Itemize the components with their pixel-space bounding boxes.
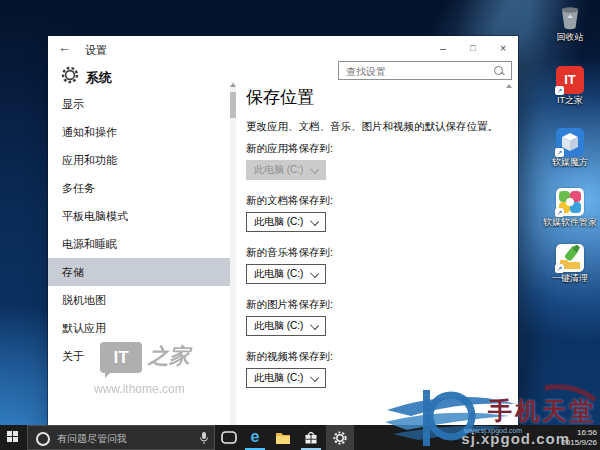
ithome-watermark-suffix: 之家: [148, 342, 190, 370]
dropdown-value: 此电脑 (C:): [254, 268, 303, 279]
new-videos-save-dropdown[interactable]: 此电脑 (C:): [246, 368, 326, 388]
page-heading: 保存位置: [246, 86, 314, 109]
ithome-icon: IT ↗: [555, 66, 585, 94]
shortcut-arrow-icon: ↗: [555, 208, 564, 217]
desktop-icon-ruanmei-manager[interactable]: ↗ 软媒软件管家: [542, 188, 598, 227]
desktop: 回收站 IT ↗ IT之家 ↗ 软媒魔方: [0, 0, 600, 450]
search-icon: [494, 66, 503, 75]
start-button[interactable]: [0, 425, 26, 450]
page-description: 更改应用、文档、音乐、图片和视频的默认保存位置。: [246, 120, 498, 134]
sidebar-item-power-sleep[interactable]: 电源和睡眠: [48, 230, 230, 258]
close-button[interactable]: ×: [488, 36, 518, 61]
cortana-search[interactable]: [27, 425, 215, 450]
gear-icon: [332, 430, 348, 446]
chevron-down-icon: [310, 165, 319, 174]
ithome-watermark-logo: IT: [100, 342, 142, 373]
recycle-bin-icon: [555, 3, 585, 31]
new-apps-save-dropdown: 此电脑 (C:): [246, 160, 326, 180]
sidebar-scrollbar[interactable]: [230, 82, 236, 425]
sidebar-item-default-apps[interactable]: 默认应用: [48, 314, 230, 342]
scrollbar-thumb[interactable]: [230, 92, 236, 118]
new-music-label: 新的音乐将保存到:: [246, 246, 333, 260]
edge-icon: e: [242, 425, 268, 449]
dropdown-value: 此电脑 (C:): [254, 320, 303, 331]
minimize-button[interactable]: –: [428, 36, 458, 61]
cortana-icon: [36, 432, 50, 446]
back-button[interactable]: ←: [58, 40, 71, 55]
desktop-icon-label: 软媒软件管家: [542, 217, 598, 227]
new-pictures-label: 新的图片将保存到:: [246, 298, 333, 312]
mofang-cube-icon: ↗: [555, 128, 585, 156]
windows-logo-icon: [7, 431, 19, 443]
dropdown-value: 此电脑 (C:): [254, 164, 303, 175]
desktop-icon-label: 软媒魔方: [542, 157, 598, 167]
sidebar-item-apps-features[interactable]: 应用和功能: [48, 146, 230, 174]
file-explorer-button[interactable]: [270, 425, 296, 450]
settings-search-input[interactable]: [344, 63, 493, 80]
new-videos-label: 新的视频将保存到:: [246, 350, 333, 364]
pinwheel-icon: ↗: [555, 188, 585, 216]
taskbar: e 16:56 2015/9/26: [0, 425, 600, 450]
dropdown-value: 此电脑 (C:): [254, 372, 303, 383]
sidebar-item-offline-maps[interactable]: 脱机地图: [48, 286, 230, 314]
edge-button[interactable]: e: [242, 425, 268, 450]
new-pictures-save-dropdown[interactable]: 此电脑 (C:): [246, 316, 326, 336]
scroll-up-icon[interactable]: [230, 83, 236, 87]
new-music-save-dropdown[interactable]: 此电脑 (C:): [246, 264, 326, 284]
folder-icon: [274, 430, 292, 446]
cortana-search-input[interactable]: [55, 430, 189, 447]
shortcut-arrow-icon: ↗: [555, 264, 564, 273]
content-scroll-up-icon[interactable]: [506, 84, 512, 88]
desktop-icon-ithome[interactable]: IT ↗ IT之家: [542, 66, 598, 105]
gear-icon: [60, 65, 80, 89]
sidebar-item-storage[interactable]: 存储: [48, 258, 230, 286]
window-title: 设置: [85, 43, 107, 58]
microphone-icon[interactable]: [199, 431, 209, 449]
chevron-down-icon: [310, 321, 319, 330]
clock-time: 16:56: [561, 428, 597, 438]
chevron-down-icon: [310, 373, 319, 382]
desktop-icon-label: 一键清理: [542, 273, 598, 283]
maximize-button[interactable]: □: [458, 36, 488, 61]
desktop-icon-one-key-cleanup[interactable]: ↗ 一键清理: [542, 244, 598, 283]
shortcut-arrow-icon: ↗: [555, 86, 564, 95]
ithome-watermark-url: www.ithome.com: [94, 382, 185, 396]
sidebar-item-multitasking[interactable]: 多任务: [48, 174, 230, 202]
shortcut-arrow-icon: ↗: [555, 148, 564, 157]
new-documents-label: 新的文档将保存到:: [246, 194, 333, 208]
clock-date: 2015/9/26: [561, 438, 597, 448]
desktop-icon-recycle-bin[interactable]: 回收站: [542, 3, 598, 42]
sidebar-item-notifications-actions[interactable]: 通知和操作: [48, 118, 230, 146]
sidebar-item-display[interactable]: 显示: [48, 90, 230, 118]
new-apps-label: 新的应用将保存到:: [246, 142, 333, 156]
task-view-button[interactable]: [216, 425, 242, 450]
desktop-icon-label: IT之家: [542, 95, 598, 105]
cleanup-brush-icon: ↗: [555, 244, 585, 272]
settings-window: ← 设置 – □ × 系统 显示 通知和操作 应用和功能 多任务 平板电脑模式 …: [48, 36, 518, 425]
store-icon: [302, 429, 320, 446]
desktop-icon-ruanmei-mofang[interactable]: ↗ 软媒魔方: [542, 128, 598, 167]
task-view-icon: [220, 430, 238, 446]
sidebar-item-tablet-mode[interactable]: 平板电脑模式: [48, 202, 230, 230]
desktop-icon-label: 回收站: [542, 32, 598, 42]
settings-search[interactable]: [338, 61, 512, 80]
dropdown-value: 此电脑 (C:): [254, 216, 303, 227]
store-button[interactable]: [298, 425, 324, 450]
new-documents-save-dropdown[interactable]: 此电脑 (C:): [246, 212, 326, 232]
page-title: 系统: [86, 69, 112, 87]
settings-taskbar-button[interactable]: [326, 425, 354, 450]
chevron-down-icon: [310, 269, 319, 278]
tray-clock[interactable]: 16:56 2015/9/26: [561, 428, 597, 447]
chevron-down-icon: [310, 217, 319, 226]
